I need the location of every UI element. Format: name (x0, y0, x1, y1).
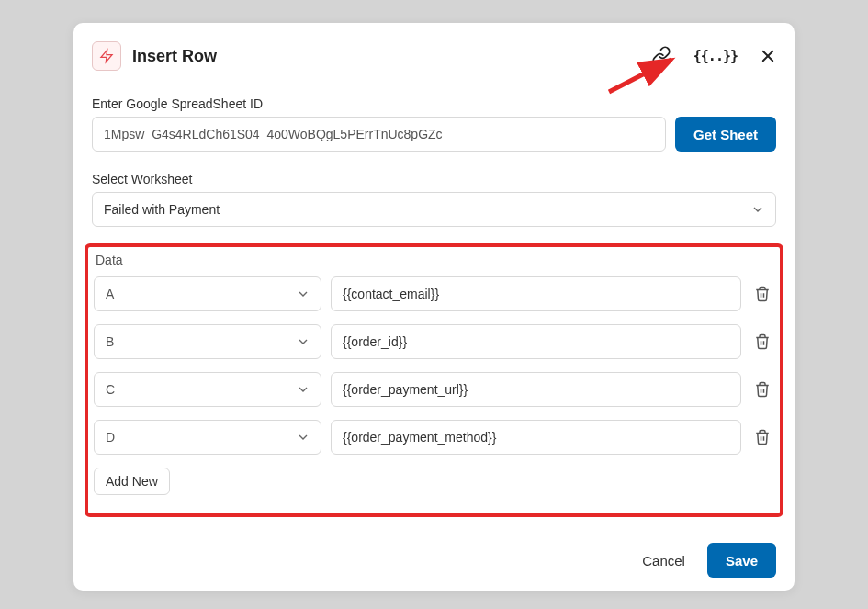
data-row: A {{contact_email}} (94, 276, 774, 311)
worksheet-value: Failed with Payment (104, 202, 220, 217)
trash-icon (754, 381, 771, 398)
braces-icon: {{..}} (693, 48, 738, 64)
delete-row-button[interactable] (750, 333, 774, 350)
data-section: Data A {{contact_email}} B {{order_id}} (85, 243, 783, 517)
trash-icon (754, 286, 771, 302)
value-input[interactable]: {{order_payment_method}} (331, 420, 741, 455)
modal-header: Insert Row {{..}} (92, 41, 776, 71)
action-icon-box (92, 41, 121, 71)
spreadsheet-id-field: Enter Google SpreadSheet ID Get Sheet (92, 96, 776, 152)
value-input[interactable]: {{order_payment_url}} (331, 372, 741, 407)
data-label: Data (96, 253, 774, 267)
get-sheet-button[interactable]: Get Sheet (675, 117, 776, 152)
data-row: B {{order_id}} (94, 324, 774, 359)
spreadsheet-id-label: Enter Google SpreadSheet ID (92, 96, 776, 111)
column-select[interactable]: B (94, 324, 321, 359)
value-input[interactable]: {{contact_email}} (331, 276, 741, 311)
link-button[interactable] (651, 46, 671, 66)
trash-icon (754, 333, 771, 350)
spreadsheet-id-input[interactable] (92, 117, 666, 152)
column-select[interactable]: D (94, 420, 321, 455)
template-tags-button[interactable]: {{..}} (693, 48, 738, 64)
delete-row-button[interactable] (750, 286, 774, 302)
save-button[interactable]: Save (707, 543, 776, 578)
bolt-icon (99, 48, 114, 64)
column-select[interactable]: A (94, 276, 321, 311)
cancel-button[interactable]: Cancel (642, 553, 685, 569)
value-input[interactable]: {{order_id}} (331, 324, 741, 359)
worksheet-select[interactable]: Failed with Payment (92, 192, 776, 227)
worksheet-label: Select Worksheet (92, 172, 776, 186)
trash-icon (754, 429, 771, 445)
link-icon (651, 46, 671, 66)
column-select[interactable]: C (94, 372, 321, 407)
worksheet-field: Select Worksheet Failed with Payment (92, 172, 776, 227)
data-row: D {{order_payment_method}} (94, 420, 774, 455)
insert-row-modal: Insert Row {{..}} (73, 23, 795, 591)
delete-row-button[interactable] (750, 429, 774, 445)
close-button[interactable] (760, 48, 776, 64)
delete-row-button[interactable] (750, 381, 774, 398)
close-icon (760, 48, 776, 64)
svg-marker-0 (101, 50, 112, 62)
data-row: C {{order_payment_url}} (94, 372, 774, 407)
modal-footer: Cancel Save (92, 543, 776, 578)
modal-title: Insert Row (132, 47, 640, 66)
add-new-button[interactable]: Add New (94, 468, 170, 495)
